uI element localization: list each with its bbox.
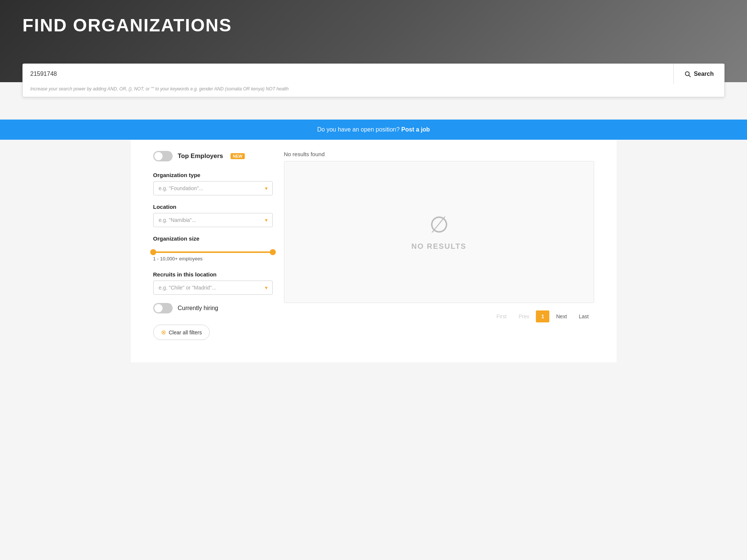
- top-employers-row: Top Employers NEW: [153, 151, 273, 161]
- search-bar-container: Search Increase your search power by add…: [22, 64, 725, 97]
- circle-x-icon: ⊗: [161, 329, 166, 336]
- organization-type-label: Organization type: [153, 172, 273, 178]
- last-page-button[interactable]: Last: [574, 310, 594, 322]
- empty-icon: ∅: [429, 214, 449, 236]
- no-results-text: No results found: [284, 151, 594, 157]
- recruits-location-select[interactable]: e.g. "Chile" or "Madrid"...: [153, 281, 273, 295]
- top-employers-toggle[interactable]: [153, 151, 173, 161]
- prev-page-button[interactable]: Prev: [513, 310, 535, 322]
- currently-hiring-toggle[interactable]: [153, 303, 173, 313]
- svg-line-1: [689, 75, 690, 77]
- organization-type-select[interactable]: e.g. "Foundation"...: [153, 181, 273, 195]
- slider-range-text: 1 - 10,000+ employees: [153, 256, 273, 262]
- filters-sidebar: Top Employers NEW Organization type e.g.…: [153, 151, 273, 340]
- search-hint: Increase your search power by adding AND…: [23, 84, 724, 97]
- main-content: Top Employers NEW Organization type e.g.…: [131, 140, 617, 362]
- location-group: Location e.g. "Namibia"... ▾: [153, 204, 273, 227]
- next-page-button[interactable]: Next: [551, 310, 572, 322]
- recruits-location-group: Recruits in this location e.g. "Chile" o…: [153, 271, 273, 295]
- top-employers-label: Top Employers: [178, 152, 223, 160]
- location-select-wrap: e.g. "Namibia"... ▾: [153, 213, 273, 227]
- hiring-toggle-track: [153, 303, 173, 313]
- currently-hiring-row: Currently hiring: [153, 303, 273, 313]
- toggle-track: [153, 151, 173, 161]
- search-input[interactable]: [23, 64, 673, 84]
- first-page-button[interactable]: First: [491, 310, 512, 322]
- location-select[interactable]: e.g. "Namibia"...: [153, 213, 273, 227]
- pagination: First Prev 1 Next Last: [284, 310, 594, 322]
- search-button[interactable]: Search: [673, 64, 724, 84]
- recruits-location-select-wrap: e.g. "Chile" or "Madrid"... ▾: [153, 281, 273, 295]
- slider-thumb-right[interactable]: [270, 249, 276, 255]
- post-job-link[interactable]: Post a job: [401, 126, 430, 133]
- size-slider-container: 1 - 10,000+ employees: [153, 245, 273, 263]
- page-1-button[interactable]: 1: [536, 310, 549, 322]
- organization-size-label: Organization size: [153, 235, 273, 242]
- slider-thumb-left[interactable]: [150, 249, 156, 255]
- search-icon: [684, 71, 691, 77]
- page-title: FIND ORGANIZATIONS: [22, 15, 232, 35]
- size-slider-track: [153, 251, 273, 253]
- recruits-location-label: Recruits in this location: [153, 271, 273, 278]
- results-box: ∅ NO RESULTS: [284, 161, 594, 303]
- no-results-label: NO RESULTS: [411, 242, 466, 251]
- search-row: Search: [23, 64, 724, 84]
- organization-size-group: Organization size 1 - 10,000+ employees: [153, 235, 273, 263]
- new-badge: NEW: [231, 153, 245, 159]
- currently-hiring-label: Currently hiring: [178, 305, 218, 312]
- organization-type-select-wrap: e.g. "Foundation"... ▾: [153, 181, 273, 195]
- clear-filters-button[interactable]: ⊗ Clear all filters: [153, 325, 210, 340]
- location-label: Location: [153, 204, 273, 210]
- post-job-banner: Do you have an open position? Post a job: [0, 120, 747, 140]
- results-area: No results found ∅ NO RESULTS First Prev…: [284, 151, 594, 340]
- organization-type-group: Organization type e.g. "Foundation"... ▾: [153, 172, 273, 195]
